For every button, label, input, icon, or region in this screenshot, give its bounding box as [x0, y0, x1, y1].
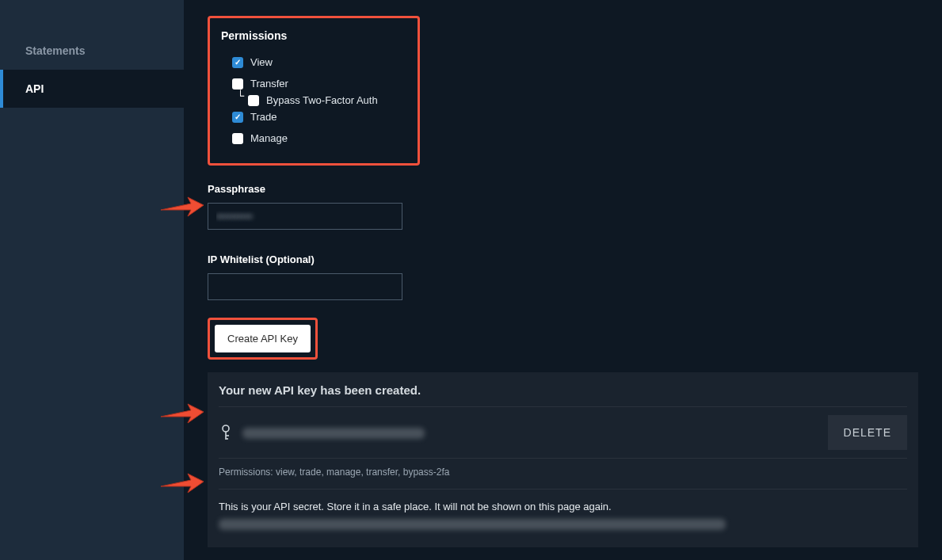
delete-button[interactable]: DELETE	[828, 415, 907, 450]
app-shell: Statements API Permissions View Transfer…	[0, 0, 942, 560]
sidebar-item-statements[interactable]: Statements	[0, 32, 184, 70]
permissions-panel: Permissions View Transfer └ Bypass Two-F…	[208, 16, 420, 166]
permissions-title: Permissions	[221, 29, 406, 42]
create-api-key-button[interactable]: Create API Key	[215, 325, 311, 352]
sidebar-item-api[interactable]: API	[0, 70, 184, 108]
permission-label: View	[250, 56, 273, 68]
api-key-result-panel: Your new API key has been created.	[208, 372, 918, 547]
permission-row-view[interactable]: View	[221, 51, 406, 73]
checkbox-manage[interactable]	[232, 133, 243, 144]
sidebar: Statements API	[0, 0, 184, 560]
api-key-value	[242, 426, 425, 439]
api-key-row: DELETE	[219, 406, 907, 459]
sidebar-top	[0, 16, 184, 32]
ip-whitelist-label: IP Whitelist (Optional)	[208, 253, 918, 265]
permission-label: Manage	[250, 132, 288, 144]
permission-row-transfer[interactable]: Transfer	[221, 73, 406, 94]
tree-branch-icon: └	[237, 90, 244, 101]
checkbox-view[interactable]	[232, 57, 243, 68]
permission-row-bypass-2fa[interactable]: └ Bypass Two-Factor Auth	[221, 94, 406, 106]
passphrase-label: Passphrase	[208, 183, 918, 195]
permissions-summary: Permissions: view, trade, manage, transf…	[219, 459, 907, 490]
permission-row-trade[interactable]: Trade	[221, 106, 406, 128]
permission-label: Bypass Two-Factor Auth	[266, 94, 378, 106]
checkbox-trade[interactable]	[232, 112, 243, 123]
api-secret-notice: This is your API secret. Store it in a s…	[219, 490, 907, 512]
svg-point-0	[223, 425, 229, 432]
passphrase-input[interactable]	[208, 203, 402, 230]
checkbox-transfer[interactable]	[232, 78, 243, 90]
result-title: Your new API key has been created.	[219, 383, 907, 397]
ip-whitelist-input[interactable]	[208, 273, 402, 300]
main-content: Permissions View Transfer └ Bypass Two-F…	[184, 0, 942, 560]
sidebar-item-label: API	[25, 82, 44, 95]
create-button-highlight: Create API Key	[208, 318, 318, 360]
permission-label: Trade	[250, 111, 276, 123]
passphrase-section: Passphrase	[208, 183, 918, 230]
api-secret-value	[219, 512, 907, 530]
checkbox-bypass-2fa[interactable]	[248, 95, 259, 106]
permission-label: Transfer	[250, 78, 288, 90]
key-icon	[219, 424, 233, 441]
sidebar-item-label: Statements	[25, 44, 85, 57]
ip-whitelist-section: IP Whitelist (Optional)	[208, 253, 918, 300]
permission-row-manage[interactable]: Manage	[221, 128, 406, 149]
